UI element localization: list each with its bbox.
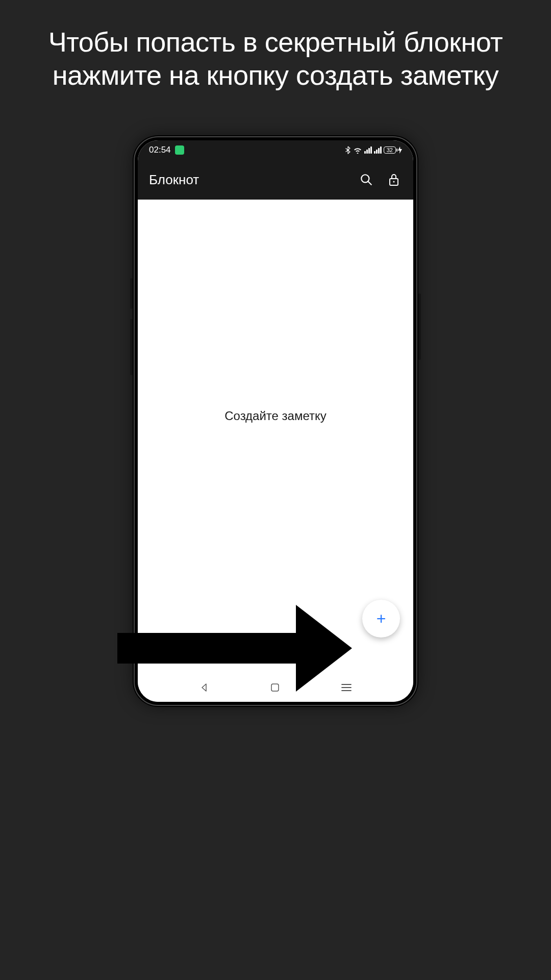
svg-line-1	[368, 181, 371, 185]
battery-saver-icon	[175, 145, 184, 155]
search-button[interactable]	[358, 172, 374, 188]
promo-caption: Чтобы попасть в секретный блокнот нажмит…	[0, 0, 551, 92]
lock-icon	[388, 173, 400, 186]
status-time: 02:54	[149, 145, 171, 155]
create-note-fab[interactable]: +	[362, 600, 400, 638]
bluetooth-icon	[345, 146, 351, 154]
plus-icon: +	[377, 610, 386, 627]
status-bar: 02:54 32	[138, 140, 413, 160]
nav-recents-icon[interactable]	[341, 683, 352, 692]
svg-rect-4	[271, 684, 279, 691]
nav-home-icon[interactable]	[270, 682, 280, 693]
search-icon	[360, 173, 373, 186]
system-nav-bar	[138, 673, 413, 702]
svg-point-3	[393, 181, 395, 183]
phone-mockup: 02:54 32	[133, 135, 418, 707]
notes-content-area: Создайте заметку +	[138, 200, 413, 673]
signal-bars-1-icon	[364, 146, 372, 154]
app-title: Блокнот	[149, 172, 347, 188]
phone-power-button	[418, 293, 421, 360]
wifi-icon	[353, 146, 362, 154]
nav-back-icon[interactable]	[199, 682, 209, 693]
empty-state-text: Создайте заметку	[224, 409, 327, 423]
signal-bars-2-icon	[374, 146, 382, 154]
app-bar: Блокнот	[138, 160, 413, 200]
charging-icon	[398, 146, 402, 154]
lock-button[interactable]	[386, 172, 402, 188]
battery-level-icon: 32	[384, 146, 396, 154]
